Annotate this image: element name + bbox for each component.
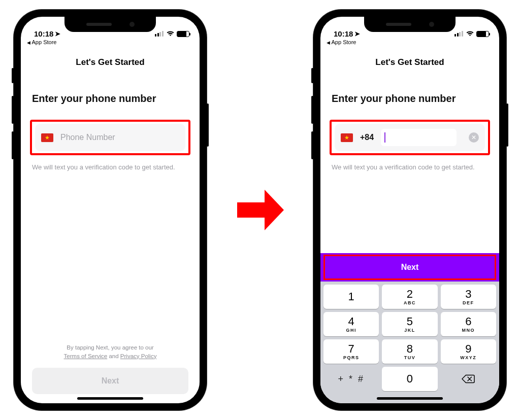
wifi-icon	[466, 29, 474, 38]
phone-input[interactable]: ★ Phone Number	[35, 124, 185, 151]
battery-icon	[177, 31, 189, 37]
country-flag-icon[interactable]: ★	[341, 133, 353, 142]
numeric-keypad: 1 2ABC 3DEF 4GHI 5JKL 6MNO 7PQRS 8TUV 9W…	[320, 282, 499, 403]
clear-icon[interactable]: ✕	[469, 132, 479, 143]
highlight-box: ★ +84 ✕	[330, 120, 490, 155]
key-2[interactable]: 2ABC	[382, 285, 437, 309]
phone-frame-left: 10:18 ➤ App Store Let's Get Started Ente…	[14, 10, 207, 410]
terms-of-service-link[interactable]: Terms of Service	[64, 353, 108, 359]
location-icon: ➤	[354, 30, 360, 38]
country-flag-icon[interactable]: ★	[41, 133, 53, 142]
page-title: Let's Get Started	[21, 47, 200, 74]
back-to-app[interactable]: App Store	[21, 39, 200, 47]
page-title: Let's Get Started	[320, 47, 499, 74]
cellular-signal-icon	[454, 31, 464, 37]
key-1[interactable]: 1	[323, 285, 379, 309]
key-8[interactable]: 8TUV	[382, 339, 437, 364]
section-heading: Enter your phone number	[32, 93, 188, 104]
home-indicator[interactable]	[77, 397, 143, 400]
wifi-icon	[166, 29, 175, 38]
phone-frame-right: 10:18 ➤ App Store Let's Get Started Ente…	[313, 10, 506, 410]
transition-arrow-icon	[237, 190, 283, 230]
dial-code: +84	[360, 133, 374, 142]
battery-icon	[476, 31, 489, 37]
phone-placeholder: Phone Number	[60, 133, 115, 142]
home-indicator[interactable]	[377, 397, 443, 400]
key-9[interactable]: 9WXYZ	[441, 339, 496, 364]
location-icon: ➤	[55, 30, 60, 38]
key-4[interactable]: 4GHI	[323, 312, 379, 336]
helper-text: We will text you a verification code to …	[332, 163, 488, 171]
notch	[364, 17, 456, 32]
helper-text: We will text you a verification code to …	[32, 163, 188, 171]
key-7[interactable]: 7PQRS	[323, 339, 379, 364]
phone-input[interactable]: ★ +84 ✕	[335, 124, 485, 151]
cellular-signal-icon	[155, 31, 164, 37]
key-5[interactable]: 5JKL	[382, 312, 437, 336]
next-button[interactable]: Next	[32, 368, 188, 394]
section-heading: Enter your phone number	[332, 93, 488, 104]
highlight-box: ★ Phone Number	[30, 120, 190, 155]
phone-number-field[interactable]	[381, 129, 457, 146]
key-6[interactable]: 6MNO	[441, 312, 496, 336]
key-0[interactable]: 0	[382, 367, 437, 391]
backspace-icon[interactable]	[441, 367, 496, 391]
back-to-app[interactable]: App Store	[320, 39, 499, 47]
status-time: 10:18	[334, 29, 353, 38]
key-3[interactable]: 3DEF	[441, 285, 496, 309]
privacy-policy-link[interactable]: Privacy Policy	[120, 353, 157, 359]
status-time: 10:18	[34, 29, 53, 38]
notch	[64, 17, 156, 32]
legal-text: By tapping Next, you agree to our Terms …	[32, 343, 188, 361]
next-button[interactable]: Next	[320, 253, 499, 282]
key-symbols[interactable]: + * #	[323, 367, 379, 391]
